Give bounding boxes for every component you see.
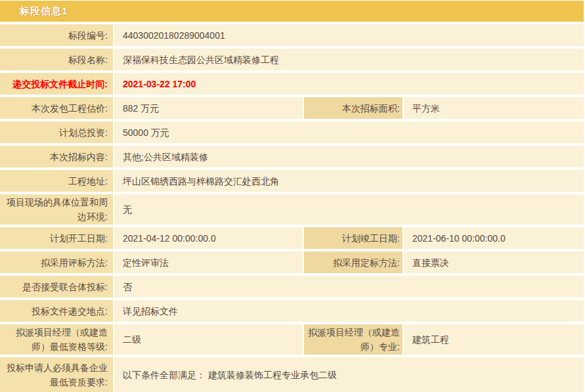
tender-area-label: 本次招标面积: bbox=[304, 97, 402, 119]
project-address-value: 坪山区锦绣西路与梓棉路交汇处西北角 bbox=[114, 170, 584, 192]
planned-start-date-label: 计划开工日期: bbox=[0, 227, 113, 249]
qualification-requirements-value: 以下条件全部满足： 建筑装修装饰工程专业承包二级 bbox=[114, 357, 584, 392]
qualification-requirements-label: 投标申请人必须具备企业最低资质要求: bbox=[0, 357, 113, 392]
planned-investment-label: 计划总投资: bbox=[0, 121, 113, 143]
project-estimate-label: 本次发包工程估价: bbox=[0, 97, 113, 119]
site-environment-label: 项目现场的具体位置和周边环境: bbox=[0, 194, 113, 225]
evaluation-method-label: 拟采用评标方法: bbox=[0, 251, 113, 273]
award-method-label: 拟采用定标方法: bbox=[304, 251, 402, 273]
manager-specialty-label: 拟派项目经理（或建造师）专业: bbox=[304, 324, 402, 355]
manager-qualification-label: 拟派项目经理（或建造师）最低资格等级: bbox=[0, 324, 113, 355]
consortium-bidding-value: 否 bbox=[114, 276, 584, 297]
row-consortium-bidding: 是否接受联合体投标: 否 bbox=[0, 276, 584, 297]
manager-qualification-value: 二级 bbox=[114, 324, 303, 355]
site-environment-value: 无 bbox=[114, 194, 584, 225]
row-estimate-and-area: 本次发包工程估价: 882 万元 本次招标面积: 平方米 bbox=[0, 97, 584, 119]
row-section-name: 标段名称: 深福保科技生态园公共区域精装修工程 bbox=[0, 49, 584, 70]
tender-section-table: 标段信息1 标段编号: 44030020180289004001 标段名称: 深… bbox=[0, 0, 584, 392]
row-manager-qualification: 拟派项目经理（或建造师）最低资格等级: 二级 拟派项目经理（或建造师）专业: 建… bbox=[0, 324, 584, 355]
row-bid-deadline: 递交投标文件截止时间: 2021-03-22 17:00 bbox=[0, 73, 584, 95]
bid-deadline-value: 2021-03-22 17:00 bbox=[114, 73, 584, 95]
planned-start-date-value: 2021-04-12 00:00:00.0 bbox=[114, 227, 303, 249]
award-method-value: 直接票决 bbox=[404, 251, 584, 273]
row-planned-investment: 计划总投资: 50000 万元 bbox=[0, 121, 584, 143]
bid-submission-place-label: 投标文件递交地点: bbox=[0, 300, 113, 322]
row-tender-content: 本次招标内容: 其他;公共区域精装修 bbox=[0, 146, 584, 167]
row-bid-submission-place: 投标文件递交地点: 详见招标文件 bbox=[0, 300, 584, 322]
section-number-value: 44030020180289004001 bbox=[114, 24, 584, 46]
project-estimate-value: 882 万元 bbox=[114, 97, 303, 119]
row-project-address: 工程地址: 坪山区锦绣西路与梓棉路交汇处西北角 bbox=[0, 170, 584, 192]
tender-area-value: 平方米 bbox=[404, 97, 584, 119]
tender-content-label: 本次招标内容: bbox=[0, 146, 113, 167]
tender-content-value: 其他;公共区域精装修 bbox=[114, 146, 584, 167]
planned-completion-date-label: 计划竣工日期: bbox=[304, 227, 402, 249]
planned-investment-value: 50000 万元 bbox=[114, 121, 584, 143]
section-name-label: 标段名称: bbox=[0, 49, 113, 70]
section-number-label: 标段编号: bbox=[0, 24, 113, 46]
row-qualification-requirements: 投标申请人必须具备企业最低资质要求: 以下条件全部满足： 建筑装修装饰工程专业承… bbox=[0, 357, 584, 392]
manager-specialty-value: 建筑工程 bbox=[404, 324, 584, 355]
consortium-bidding-label: 是否接受联合体投标: bbox=[0, 276, 113, 297]
section-title: 标段信息1 bbox=[20, 5, 68, 18]
row-start-and-completion-date: 计划开工日期: 2021-04-12 00:00:00.0 计划竣工日期: 20… bbox=[0, 227, 584, 249]
bid-deadline-label: 递交投标文件截止时间: bbox=[0, 73, 113, 95]
evaluation-method-value: 定性评审法 bbox=[114, 251, 303, 273]
bid-submission-place-value: 详见招标文件 bbox=[114, 300, 584, 322]
section-name-value: 深福保科技生态园公共区域精装修工程 bbox=[114, 49, 584, 70]
row-site-environment: 项目现场的具体位置和周边环境: 无 bbox=[0, 194, 584, 225]
row-evaluation-and-award-method: 拟采用评标方法: 定性评审法 拟采用定标方法: 直接票决 bbox=[0, 251, 584, 273]
section-header-bar: 标段信息1 bbox=[0, 1, 584, 22]
project-address-label: 工程地址: bbox=[0, 170, 113, 192]
row-section-number: 标段编号: 44030020180289004001 bbox=[0, 24, 584, 46]
planned-completion-date-value: 2021-06-10 00:00:00.0 bbox=[404, 227, 584, 249]
